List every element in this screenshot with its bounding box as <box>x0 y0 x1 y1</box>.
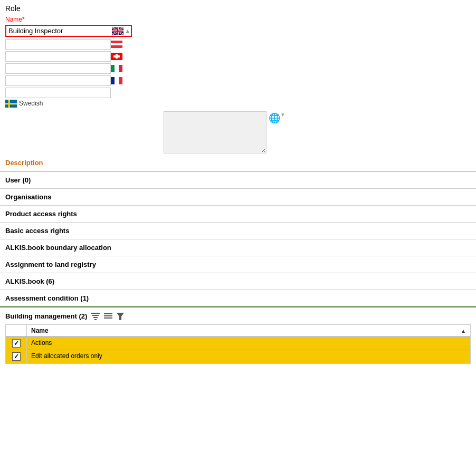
description-label-col <box>5 111 164 153</box>
svg-rect-9 <box>119 65 122 72</box>
svg-rect-3 <box>111 45 122 48</box>
lang-row-se <box>5 88 471 98</box>
lang-row-it <box>5 63 471 74</box>
svg-rect-16 <box>91 313 100 314</box>
svg-rect-1 <box>111 41 122 43</box>
ch-flag-icon <box>111 53 122 60</box>
table-row-checkbox-col[interactable]: ✓ <box>6 350 27 363</box>
section-basic-access[interactable]: Basic access rights <box>0 222 476 239</box>
section-alkis-book[interactable]: ALKIS.book (6) <box>0 273 476 290</box>
section-building-management: Building management (2) <box>0 306 476 324</box>
role-title: Role <box>5 4 471 13</box>
se-flag-icon <box>5 100 17 107</box>
table-row-name: Actions <box>27 337 470 350</box>
svg-rect-21 <box>104 315 112 316</box>
svg-rect-15 <box>5 103 17 104</box>
globe-icon: 🌐 <box>269 112 280 124</box>
svg-rect-18 <box>93 317 98 318</box>
lang-row-at <box>5 39 471 50</box>
checkbox-edit-orders[interactable]: ✓ <box>12 352 21 361</box>
section-assignment-land[interactable]: Assignment to land registry <box>0 256 476 273</box>
section-product-access[interactable]: Product access rights <box>0 205 476 222</box>
lang-input-it[interactable] <box>5 63 111 74</box>
svg-rect-6 <box>113 55 120 57</box>
list-view-icon[interactable] <box>104 312 112 320</box>
description-label: Description <box>5 159 43 167</box>
funnel-icon[interactable] <box>117 312 124 320</box>
table-row: ✓ Edit allocated orders only <box>6 350 470 363</box>
svg-marker-23 <box>117 313 124 320</box>
svg-rect-22 <box>104 317 112 319</box>
name-input[interactable] <box>6 26 112 36</box>
lang-input-fr[interactable] <box>5 75 111 86</box>
lang-input-ch[interactable] <box>5 51 111 62</box>
description-textarea-col: 🌐 ▾ <box>164 111 284 153</box>
section-alkis-boundary[interactable]: ALKIS.book boundary allocation <box>0 239 476 256</box>
table-header-checkbox <box>6 325 27 336</box>
name-field-container: ▲ <box>5 25 132 37</box>
svg-rect-11 <box>115 77 119 84</box>
sort-icon: ▲ <box>461 328 466 334</box>
swedish-label: Swedish <box>19 100 43 107</box>
table-row-checkbox-col[interactable]: ✓ <box>6 337 27 350</box>
table-header: Name ▲ <box>6 325 470 337</box>
at-flag-icon <box>111 41 122 48</box>
svg-rect-8 <box>115 65 119 72</box>
lang-row-ch <box>5 51 471 62</box>
building-management-label: Building management (2) <box>5 312 87 320</box>
svg-rect-7 <box>111 65 115 72</box>
svg-rect-12 <box>119 77 122 84</box>
lang-row-fr <box>5 75 471 86</box>
svg-rect-2 <box>111 43 122 45</box>
svg-rect-19 <box>94 319 97 320</box>
fr-flag-icon <box>111 77 122 84</box>
svg-rect-17 <box>92 315 99 316</box>
svg-rect-10 <box>111 77 115 84</box>
table-row-name: Edit allocated orders only <box>27 350 470 363</box>
section-assessment-condition[interactable]: Assessment condition (1) <box>0 290 476 306</box>
swedish-flag-row: Swedish <box>5 100 471 107</box>
it-flag-icon <box>111 65 122 72</box>
lang-input-se[interactable] <box>5 88 111 98</box>
section-organisations[interactable]: Organisations <box>0 188 476 205</box>
table-row: ✓ Actions <box>6 337 470 350</box>
section-user[interactable]: User (0) <box>0 171 476 188</box>
checkbox-actions[interactable]: ✓ <box>12 339 21 348</box>
lang-input-at[interactable] <box>5 39 111 50</box>
description-section: 🌐 ▾ <box>5 111 476 153</box>
chevron-up-icon: ▲ <box>125 27 131 35</box>
description-textarea[interactable] <box>164 111 266 153</box>
filter-rows-icon[interactable] <box>91 312 100 320</box>
uk-flag-icon <box>112 27 123 35</box>
building-management-table: Name ▲ ✓ Actions ✓ Edit allocated orders… <box>5 324 471 364</box>
name-label: Name* <box>5 16 471 23</box>
chevron-down-icon: ▾ <box>281 111 284 118</box>
table-header-name[interactable]: Name ▲ <box>27 325 470 336</box>
svg-rect-20 <box>104 313 112 314</box>
